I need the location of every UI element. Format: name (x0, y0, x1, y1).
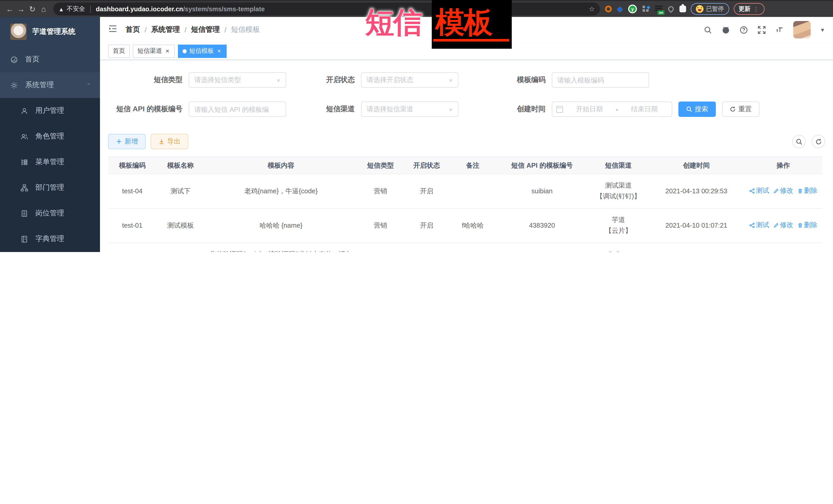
trash-icon (798, 188, 803, 194)
update-label: 更新 (739, 5, 751, 13)
home-icon[interactable]: ⌂ (38, 5, 49, 13)
menu-dots-icon[interactable]: ⋮ (753, 5, 759, 13)
sidebar-item-menus[interactable]: 菜单管理 (0, 149, 100, 175)
font-size-icon[interactable] (775, 25, 784, 34)
gear-icon (10, 81, 18, 89)
extension-pin-icon[interactable] (667, 5, 675, 13)
back-icon[interactable]: ← (4, 5, 16, 13)
channel-label: 短信渠道 (288, 104, 361, 114)
sidebar-item-home[interactable]: 首页 (0, 47, 100, 72)
logo-image (10, 24, 27, 40)
share-icon (749, 222, 755, 228)
status-select[interactable]: 请选择开启状态 ∨ (361, 72, 458, 88)
close-icon[interactable] (216, 48, 222, 54)
toggle-search-button[interactable] (792, 135, 806, 148)
sms-type-label: 短信类型 (108, 75, 189, 85)
dashboard-icon (10, 56, 18, 63)
search-icon (795, 138, 802, 145)
sidebar-item-announcements[interactable]: 通知公告 (0, 252, 100, 252)
browser-toolbar: ← → ↻ ⌂ ▲ 不安全 dashboard.yudao.iocoder.cn… (0, 0, 833, 17)
status-label: 开启状态 (288, 75, 361, 85)
caret-down-icon[interactable]: ▼ (820, 27, 825, 32)
edit-link[interactable]: 修改 (773, 185, 793, 196)
sms-template-table: 模板编码 模板名称 模板内容 短信类型 开启状态 备注 短信 API 的模板编号… (108, 157, 823, 252)
security-label[interactable]: 不安全 (67, 5, 85, 13)
sidebar-toggle-button[interactable] (108, 24, 117, 35)
test-link[interactable]: 测试 (749, 185, 769, 196)
extension-gem-icon[interactable]: ◆ (617, 5, 622, 13)
filter-row-2: 短信 API 的模板编号 短信渠道 请选择短信渠道 ∨ 创建时间 开始日期 - (108, 101, 825, 117)
chevron-down-icon: ∨ (277, 77, 281, 83)
app-title: 芋道管理系统 (32, 27, 75, 37)
edit-link[interactable]: 修改 (773, 219, 793, 231)
col-content: 模板内容 (205, 157, 357, 174)
col-actions: 操作 (744, 157, 823, 174)
api-template-id-field[interactable] (189, 101, 286, 117)
plus-icon (116, 139, 122, 145)
template-code-field[interactable] (552, 72, 649, 88)
breadcrumb: 首页 / 系统管理 / 短信管理 / 短信模板 (126, 25, 260, 34)
share-icon (749, 188, 755, 194)
search-button[interactable]: 搜索 (679, 101, 716, 117)
close-icon[interactable] (165, 48, 170, 54)
delete-link[interactable]: 删除 (798, 219, 817, 231)
extension-list-icon[interactable]: on (655, 6, 663, 12)
filter-row-1: 短信类型 请选择短信类型 ∨ 开启状态 请选择开启状态 ∨ 模板编码 (108, 72, 825, 88)
sidebar-item-users[interactable]: 用户管理 (0, 98, 100, 124)
sidebar-item-departments[interactable]: 部门管理 (0, 175, 100, 200)
sms-type-select[interactable]: 请选择短信类型 ∨ (189, 72, 286, 88)
test-link[interactable]: 测试 (749, 219, 769, 231)
end-date-placeholder[interactable]: 结束日期 (621, 104, 668, 114)
help-icon[interactable] (739, 25, 748, 34)
extension-ring-icon[interactable] (605, 6, 612, 12)
breadcrumb-system[interactable]: 系统管理 (151, 25, 180, 34)
search-icon[interactable] (704, 25, 712, 34)
users-icon (21, 133, 28, 140)
refresh-icon (815, 138, 822, 145)
template-code-input[interactable] (557, 76, 648, 84)
github-icon[interactable] (721, 25, 730, 34)
add-button[interactable]: 新增 (108, 134, 146, 149)
update-pill[interactable]: 更新 ⋮ (734, 3, 764, 15)
on-badge: on (658, 10, 665, 15)
export-button[interactable]: 导出 (151, 134, 188, 149)
table-row: test-01 测试模板 哈哈哈 {name} 营销 开启 f哈哈哈 43839… (108, 209, 823, 243)
extension-grid-icon[interactable]: ◆ (643, 6, 649, 12)
template-code-label: 模板编码 (463, 75, 552, 85)
url-host: dashboard.yudao.iocoder.cn (96, 5, 183, 13)
reload-icon[interactable]: ↻ (27, 4, 38, 14)
start-date-placeholder[interactable]: 开始日期 (566, 104, 613, 114)
breadcrumb-home[interactable]: 首页 (126, 25, 140, 34)
sidebar-item-roles[interactable]: 角色管理 (0, 124, 100, 149)
fullscreen-icon[interactable] (757, 25, 766, 34)
channel-select[interactable]: 请选择短信渠道 ∨ (361, 101, 458, 117)
edit-icon (773, 222, 779, 228)
reset-button[interactable]: 重置 (722, 101, 759, 117)
sidebar-item-system[interactable]: 系统管理 ⌃ (0, 72, 100, 98)
table-row: test-04 测试下 老鸡{name}，牛逼{code} 营销 开启 suib… (108, 174, 823, 209)
col-type: 短信类型 (357, 157, 404, 174)
divider (90, 5, 91, 13)
forward-icon[interactable]: → (16, 5, 27, 13)
address-bar[interactable]: ▲ 不安全 dashboard.yudao.iocoder.cn/system/… (53, 3, 600, 16)
sidebar-item-dictionary[interactable]: 字典管理 (0, 226, 100, 252)
breadcrumb-sms[interactable]: 短信管理 (191, 25, 220, 34)
tab-sms-channel[interactable]: 短信渠道 (133, 44, 175, 58)
tab-sms-template[interactable]: 短信模板 (178, 44, 227, 58)
col-status: 开启状态 (404, 157, 450, 174)
user-avatar[interactable] (793, 21, 811, 39)
sidebar-item-posts[interactable]: 岗位管理 (0, 200, 100, 226)
book-icon (21, 235, 28, 243)
chevron-up-icon: ⌃ (87, 82, 91, 88)
refresh-table-button[interactable] (812, 135, 825, 148)
api-template-id-input[interactable] (194, 105, 285, 113)
extensions-puzzle-icon[interactable] (680, 6, 686, 12)
tab-home[interactable]: 首页 (108, 44, 130, 58)
create-time-range-picker[interactable]: 开始日期 - 结束日期 (552, 101, 672, 117)
app-logo[interactable]: 芋道管理系统 (0, 17, 100, 47)
chevron-down-icon: ∨ (449, 106, 453, 112)
extension-y-icon[interactable]: y (628, 5, 637, 13)
delete-link[interactable]: 删除 (798, 185, 817, 196)
profile-paused-pill[interactable]: 已暂停 (691, 3, 729, 15)
bookmark-star-icon[interactable]: ☆ (589, 5, 595, 13)
